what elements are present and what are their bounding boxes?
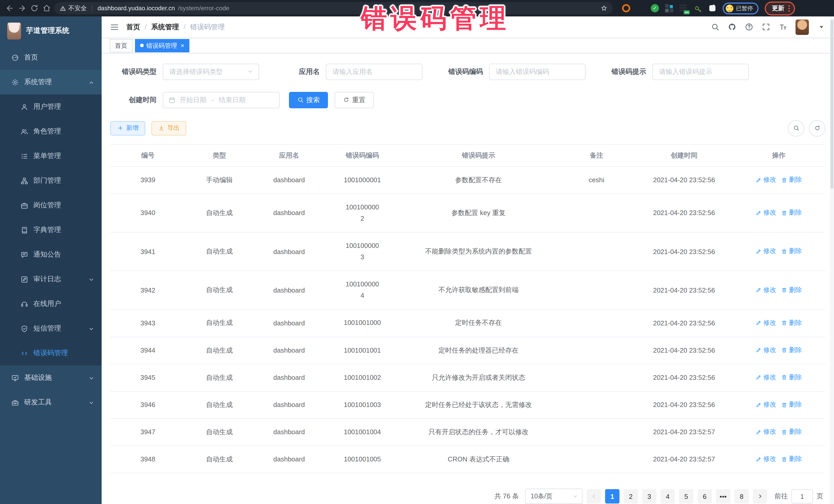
extension-orange-icon[interactable] bbox=[622, 4, 630, 12]
back-icon[interactable] bbox=[5, 4, 14, 13]
sidebar-item-错误码管理[interactable]: 错误码管理 bbox=[0, 341, 102, 366]
help-icon[interactable] bbox=[745, 23, 753, 31]
edit-link[interactable]: 修改 bbox=[756, 373, 776, 382]
delete-link[interactable]: 删除 bbox=[782, 247, 802, 256]
user-avatar[interactable] bbox=[795, 19, 809, 35]
forward-icon[interactable] bbox=[18, 4, 27, 13]
sidebar-item-部门管理[interactable]: 部门管理 bbox=[0, 168, 102, 193]
table-row[interactable]: 3945自动生成dashboard1001001002只允许修改为开启或者关闭状… bbox=[110, 364, 825, 391]
table-row[interactable]: 3941自动生成dashboard100100000 3不能删除类型为系统内置的… bbox=[110, 232, 825, 271]
table-row[interactable]: 3940自动生成dashboard100100000 2参数配置 key 重复2… bbox=[110, 194, 825, 232]
page-button-4[interactable]: 4 bbox=[660, 489, 675, 503]
font-size-icon[interactable] bbox=[778, 23, 787, 31]
prev-page-button[interactable] bbox=[587, 489, 601, 503]
sidebar-item-研发工具[interactable]: 研发工具 bbox=[0, 390, 102, 415]
reload-icon[interactable] bbox=[30, 4, 39, 13]
type-select[interactable]: 请选择错误码类型 bbox=[163, 64, 259, 80]
table-row[interactable]: 3943自动生成dashboard1001001000定时任务不存在2021-0… bbox=[110, 309, 825, 337]
delete-link[interactable]: 删除 bbox=[782, 455, 802, 463]
tab-error-code[interactable]: 错误码管理 × bbox=[135, 39, 190, 52]
browser-menu-icon[interactable] bbox=[788, 5, 790, 12]
sidebar-item-角色管理[interactable]: 角色管理 bbox=[0, 119, 102, 144]
page-button-8[interactable]: 8 bbox=[734, 489, 749, 503]
sidebar-item-系统管理[interactable]: 系统管理 bbox=[0, 70, 102, 94]
sidebar-item-审计日志[interactable]: 审计日志 bbox=[0, 267, 102, 291]
security-warning[interactable]: 不安全 bbox=[60, 4, 87, 13]
breadcrumb-home[interactable]: 首页 bbox=[126, 22, 140, 31]
scrollbar-thumb[interactable] bbox=[830, 20, 833, 189]
more-pages-button[interactable]: ••• bbox=[716, 489, 730, 503]
export-button[interactable]: 导出 bbox=[151, 121, 186, 135]
edit-link[interactable]: 修改 bbox=[756, 286, 776, 294]
search-button[interactable]: 搜索 bbox=[289, 92, 328, 108]
fullscreen-icon[interactable] bbox=[762, 23, 770, 31]
page-button-2[interactable]: 2 bbox=[623, 489, 638, 503]
next-page-button[interactable] bbox=[753, 489, 767, 503]
browser-update-button[interactable]: 更新 bbox=[765, 1, 795, 15]
github-icon[interactable] bbox=[728, 23, 737, 31]
edit-link[interactable]: 修改 bbox=[756, 319, 776, 327]
show-search-button[interactable] bbox=[788, 120, 804, 136]
delete-link[interactable]: 删除 bbox=[782, 373, 802, 382]
sidebar-item-字典管理[interactable]: 字典管理 bbox=[0, 218, 102, 242]
page-size-select[interactable]: 10条/页 bbox=[525, 489, 583, 504]
page-button-1[interactable]: 1 bbox=[605, 489, 619, 503]
extension-grid-icon[interactable] bbox=[665, 4, 673, 12]
table-row[interactable]: 3942自动生成dashboard100100000 4不允许获取敏感配置到前端… bbox=[110, 271, 825, 309]
add-button[interactable]: 新增 bbox=[110, 121, 145, 135]
edit-link[interactable]: 修改 bbox=[756, 346, 776, 355]
app-logo[interactable]: 芋道管理系统 bbox=[0, 17, 102, 45]
sidebar-item-菜单管理[interactable]: 菜单管理 bbox=[0, 144, 102, 168]
delete-link[interactable]: 删除 bbox=[782, 400, 802, 409]
app-input[interactable] bbox=[326, 64, 422, 80]
hint-input[interactable] bbox=[652, 64, 749, 80]
reset-button[interactable]: 重置 bbox=[335, 92, 374, 108]
extension-check-icon[interactable]: ✓ bbox=[651, 4, 659, 12]
hamburger-icon[interactable] bbox=[110, 22, 119, 31]
delete-link[interactable]: 删除 bbox=[782, 319, 802, 327]
sidebar-item-基础设施[interactable]: 基础设施 bbox=[0, 366, 102, 390]
extensions-puzzle-icon[interactable] bbox=[709, 5, 716, 11]
extension-list-icon[interactable]: on bbox=[680, 4, 688, 12]
delete-link[interactable]: 删除 bbox=[782, 209, 802, 217]
address-bar[interactable]: 不安全 dashboard.yudao.iocoder.cn/system/er… bbox=[54, 2, 613, 14]
table-row[interactable]: 3947自动生成dashboard1001001004只有开启状态的任务，才可以… bbox=[110, 419, 825, 446]
edit-link[interactable]: 修改 bbox=[756, 428, 776, 436]
edit-link[interactable]: 修改 bbox=[756, 455, 776, 463]
page-button-5[interactable]: 5 bbox=[679, 489, 694, 503]
date-range-input[interactable]: 开始日期 - 结束日期 bbox=[163, 92, 280, 108]
table-row[interactable]: 3948自动生成dashboard1001001005CRON 表达式不正确20… bbox=[110, 446, 825, 473]
goto-page-input[interactable] bbox=[791, 489, 813, 503]
sidebar-item-在线用户[interactable]: 在线用户 bbox=[0, 291, 102, 316]
edit-link[interactable]: 修改 bbox=[756, 247, 776, 256]
sidebar-item-用户管理[interactable]: 用户管理 bbox=[0, 94, 102, 119]
search-icon[interactable] bbox=[711, 23, 720, 31]
sidebar-item-岗位管理[interactable]: 岗位管理 bbox=[0, 193, 102, 218]
profile-paused-badge[interactable]: 已暂停 bbox=[723, 2, 759, 14]
breadcrumb-system[interactable]: 系统管理 bbox=[151, 22, 179, 31]
delete-link[interactable]: 删除 bbox=[782, 176, 802, 184]
chevron-down-icon[interactable] bbox=[817, 23, 826, 31]
sidebar-item-通知公告[interactable]: 通知公告 bbox=[0, 242, 102, 267]
bookmark-star-icon[interactable] bbox=[600, 5, 608, 12]
extension-gem-icon[interactable] bbox=[636, 4, 644, 12]
sidebar-item-首页[interactable]: 首页 bbox=[0, 45, 102, 70]
table-row[interactable]: 3939手动编辑dashboard1001000001参数配置不存在ceshi2… bbox=[110, 167, 825, 194]
edit-link[interactable]: 修改 bbox=[756, 400, 776, 409]
edit-link[interactable]: 修改 bbox=[756, 176, 776, 184]
edit-link[interactable]: 修改 bbox=[756, 209, 776, 217]
tab-home[interactable]: 首页 bbox=[110, 39, 132, 52]
scrollbar[interactable] bbox=[830, 17, 834, 504]
extension-key-icon[interactable] bbox=[694, 4, 702, 12]
tab-close-icon[interactable]: × bbox=[181, 42, 184, 48]
refresh-table-button[interactable] bbox=[809, 120, 825, 136]
delete-link[interactable]: 删除 bbox=[782, 286, 802, 294]
home-icon[interactable] bbox=[42, 4, 51, 13]
page-button-6[interactable]: 6 bbox=[698, 489, 712, 503]
table-row[interactable]: 3944自动生成dashboard1001001001定时任务的处理器已经存在2… bbox=[110, 337, 825, 364]
delete-link[interactable]: 删除 bbox=[782, 428, 802, 436]
code-input[interactable] bbox=[489, 64, 586, 80]
delete-link[interactable]: 删除 bbox=[782, 346, 802, 355]
table-row[interactable]: 3946自动生成dashboard1001001003定时任务已经处于该状态，无… bbox=[110, 391, 825, 418]
page-button-3[interactable]: 3 bbox=[642, 489, 656, 503]
